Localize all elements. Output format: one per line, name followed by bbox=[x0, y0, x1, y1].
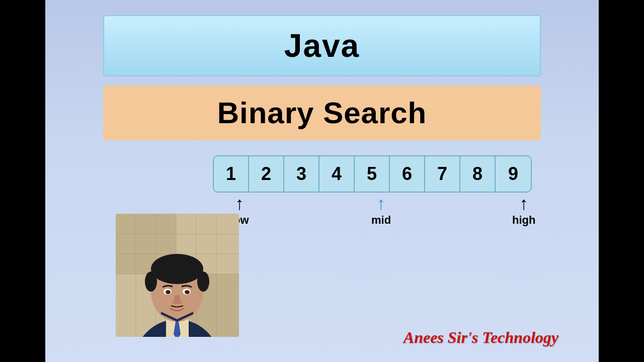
array-cell-7: 7 bbox=[425, 156, 460, 192]
binary-search-box: Binary Search bbox=[103, 85, 541, 140]
svg-point-18 bbox=[151, 254, 203, 284]
mid-label: mid bbox=[371, 214, 391, 227]
mid-arrow-icon: ↑ bbox=[377, 195, 386, 213]
high-arrow-icon: ↑ bbox=[519, 195, 528, 213]
main-content: Java Binary Search 1 2 3 4 5 6 7 8 9 ↑ l… bbox=[45, 0, 599, 362]
array-section: 1 2 3 4 5 6 7 8 9 ↑ low ↑ mid ↑ hig bbox=[213, 155, 532, 235]
svg-point-19 bbox=[145, 272, 157, 292]
watermark-text: Anees Sir's Technology bbox=[404, 328, 558, 346]
array-cell-2: 2 bbox=[249, 156, 284, 192]
binary-search-title: Binary Search bbox=[123, 96, 521, 130]
java-title-box: Java bbox=[103, 15, 541, 76]
instructor-photo bbox=[116, 214, 239, 337]
array-cell-9: 9 bbox=[496, 156, 531, 192]
svg-point-24 bbox=[185, 290, 190, 294]
high-arrow: ↑ high bbox=[512, 195, 535, 227]
arrows-row: ↑ low ↑ mid ↑ high bbox=[213, 195, 530, 235]
array-cell-8: 8 bbox=[460, 156, 496, 192]
array-cell-6: 6 bbox=[390, 156, 425, 192]
mid-arrow: ↑ mid bbox=[371, 195, 391, 227]
array-boxes: 1 2 3 4 5 6 7 8 9 bbox=[213, 155, 532, 193]
black-bar-right bbox=[599, 0, 644, 362]
high-label: high bbox=[512, 214, 535, 227]
array-cell-1: 1 bbox=[214, 156, 249, 192]
instructor-avatar bbox=[116, 214, 239, 337]
watermark: Anees Sir's Technology bbox=[404, 328, 558, 347]
array-cell-3: 3 bbox=[284, 156, 319, 192]
array-cell-4: 4 bbox=[319, 156, 355, 192]
svg-point-20 bbox=[197, 272, 209, 292]
low-arrow-icon: ↑ bbox=[235, 195, 244, 213]
svg-point-23 bbox=[166, 290, 171, 294]
array-cell-5: 5 bbox=[355, 156, 390, 192]
java-title: Java bbox=[124, 27, 520, 64]
